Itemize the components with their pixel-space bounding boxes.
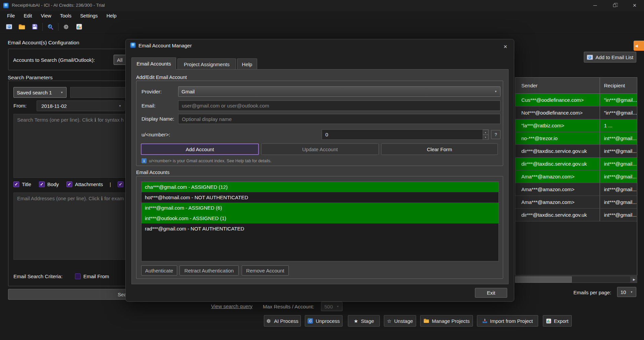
capture-toolbar-button[interactable]	[3, 22, 15, 32]
scrollbar-right-arrow[interactable]	[631, 277, 637, 283]
dialog-app-icon	[130, 42, 136, 48]
export-button[interactable]: Export	[543, 315, 572, 327]
save-toolbar-button[interactable]	[28, 22, 41, 32]
tab-project-assignments[interactable]: Project Assignments	[177, 58, 236, 70]
email-account-manager-dialog: Email Account Manager × Email Accounts P…	[125, 39, 514, 302]
update-account-button[interactable]: Update Account	[261, 143, 379, 155]
saved-search-select[interactable]: Saved search 1	[13, 87, 67, 98]
title-checkbox[interactable]	[13, 181, 19, 187]
account-list-item[interactable]: int***@outlook.com - ASSIGNED (1)	[142, 213, 498, 223]
maximize-icon	[613, 4, 616, 7]
toolbar	[0, 20, 644, 34]
table-row[interactable]: Ama***@amazon.com> int***@gmail...	[515, 183, 637, 196]
table-row[interactable]: Ama***@amazon.com> int***@gmail...	[515, 196, 637, 209]
table-row[interactable]: Not***@oodlefinance.com> "in***@gmail...	[515, 107, 637, 119]
menu-tools[interactable]: Tools	[56, 11, 76, 20]
email-accounts-group: cha***@gmail.com - ASSIGNED (12) hot***@…	[136, 176, 503, 279]
dialog-title: Email Account Manager	[138, 43, 192, 48]
table-row[interactable]: Cus***@oodlefinance.com> "in***@gmail...	[515, 94, 637, 107]
table-row[interactable]: no-***@trezor.io int***@gmail...	[515, 132, 637, 145]
exit-button[interactable]: Exit	[475, 288, 507, 298]
extra-scope-checkbox[interactable]	[118, 181, 123, 187]
capture-icon	[6, 24, 12, 29]
email-accounts-group-title: Email Accounts	[136, 170, 169, 175]
emails-per-page-select[interactable]: 10	[617, 287, 636, 297]
open-folder-icon	[18, 24, 25, 30]
spin-down-button[interactable]: ▼	[483, 135, 488, 140]
max-results-label: Max Results / Account:	[263, 304, 314, 309]
search-section-title: Search Parameters	[8, 75, 53, 81]
search-toolbar-button[interactable]	[44, 22, 57, 32]
unprocess-button[interactable]: Unprocess	[305, 315, 343, 327]
minimize-button[interactable]	[588, 0, 602, 11]
unumber-input[interactable]	[322, 129, 489, 140]
account-list-item[interactable]: int***@gmail.com - ASSIGNED (6)	[142, 203, 498, 213]
display-name-input[interactable]	[178, 114, 500, 124]
scrollbar-thumb[interactable]	[515, 277, 572, 283]
email-from-checkbox[interactable]	[75, 273, 81, 279]
search-icon	[47, 24, 53, 30]
email-field[interactable]	[178, 100, 500, 111]
sender-column-header[interactable]: Sender	[515, 78, 600, 93]
toolbar-separator	[42, 23, 43, 31]
menu-file[interactable]: File	[3, 11, 19, 20]
account-list-item[interactable]: hot***@hotmail.com - NOT AUTHENTICATED	[142, 192, 498, 203]
recipient-column-header[interactable]: Recipient	[600, 78, 637, 93]
close-icon: ×	[633, 2, 637, 9]
provider-label: Provider:	[142, 89, 162, 94]
import-from-project-button[interactable]: Import from Project	[477, 315, 538, 327]
authenticate-button[interactable]: Authenticate	[141, 265, 177, 275]
spin-up-button[interactable]: ▲	[483, 130, 488, 135]
tab-email-accounts[interactable]: Email Accounts	[131, 57, 176, 70]
provider-select[interactable]: Gmail	[178, 86, 500, 97]
menu-edit[interactable]: Edit	[19, 11, 36, 20]
unstage-button[interactable]: ☆ Unstage	[384, 315, 416, 327]
title-checkbox-label: Title	[22, 181, 31, 187]
clear-form-button[interactable]: Clear Form	[381, 143, 498, 155]
criteria-label: Email Search Criteria:	[13, 273, 63, 279]
email-accounts-tab-panel: Add/Edit Email Account Provider: Gmail E…	[131, 69, 509, 284]
account-list-item[interactable]: cha***@gmail.com - ASSIGNED (12)	[142, 182, 498, 192]
menu-settings[interactable]: Settings	[76, 11, 102, 20]
tab-help[interactable]: Help	[237, 58, 257, 70]
close-button[interactable]: ×	[627, 0, 642, 11]
open-toolbar-button[interactable]	[15, 22, 28, 32]
add-account-button[interactable]: Add Account	[141, 143, 259, 155]
menu-view[interactable]: View	[36, 11, 55, 20]
window-title: ReceiptHubAI - ICI - AI Credits: 236/300…	[12, 3, 105, 8]
account-list-item[interactable]: rad***@gmail.com - NOT AUTHENTICATED	[142, 223, 498, 234]
menubar: File Edit View Tools Settings Help	[0, 11, 644, 20]
ai-process-button[interactable]: AI Process	[264, 315, 301, 327]
manage-projects-button[interactable]: Manage Projects	[420, 315, 473, 327]
star-outline-icon: ☆	[387, 318, 391, 324]
view-search-query-link[interactable]: View search query	[211, 303, 252, 309]
table-row[interactable]: dir***@taxdisc.service.gov.uk int***@gma…	[515, 145, 637, 158]
stage-button[interactable]: ★ Stage	[348, 315, 380, 327]
table-row[interactable]: Ama***@amazon.com> int***@gmail...	[515, 170, 637, 183]
dialog-close-button[interactable]: ×	[501, 43, 509, 50]
maximize-button[interactable]	[607, 0, 622, 11]
max-results-select[interactable]: 500	[321, 302, 343, 311]
add-to-email-list-button[interactable]: Add to Email List	[584, 52, 636, 62]
settings-toolbar-button[interactable]	[60, 22, 73, 32]
info-icon: i	[142, 158, 147, 163]
add-to-list-icon	[587, 55, 593, 60]
chart-toolbar-button[interactable]	[73, 22, 85, 32]
table-row[interactable]: "la***@ratbiz.com> 1 ...	[515, 119, 637, 132]
unumber-spinner[interactable]: ▲ ▼	[322, 129, 489, 140]
display-name-field[interactable]	[178, 114, 500, 124]
remove-account-button[interactable]: Remove Account	[242, 265, 289, 275]
collapse-panel-handle[interactable]	[634, 41, 644, 51]
unumber-help-button[interactable]: ?	[491, 130, 500, 139]
email-results-table: Sender Recipient Cus***@oodlefinance.com…	[515, 77, 637, 275]
table-row[interactable]: dir***@taxdisc.service.gov.uk int***@gma…	[515, 158, 637, 170]
menu-help[interactable]: Help	[102, 11, 121, 20]
accounts-to-search-label: Accounts to Search (Gmail/Outlook):	[13, 57, 95, 63]
from-date-input[interactable]: 2018-11-02	[37, 100, 125, 111]
attachments-checkbox[interactable]	[67, 181, 72, 187]
body-checkbox[interactable]	[39, 181, 45, 187]
table-horizontal-scrollbar[interactable]	[515, 276, 637, 283]
retract-authentication-button[interactable]: Retract Authentication	[179, 265, 239, 275]
email-input[interactable]	[178, 100, 500, 111]
table-row[interactable]: dir***@taxdisc.service.gov.uk int***@gma…	[515, 209, 637, 221]
